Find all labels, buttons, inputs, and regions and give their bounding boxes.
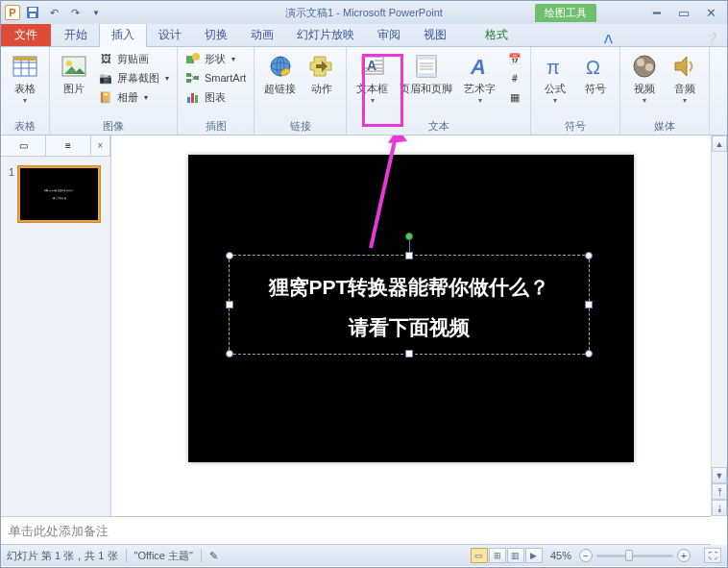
tab-animate[interactable]: 动画 <box>239 23 285 46</box>
svg-marker-48 <box>675 57 687 76</box>
view-reading-button[interactable]: ▥ <box>507 548 524 563</box>
hyperlink-button[interactable]: 超链接 <box>260 50 300 96</box>
shapes-icon <box>185 51 201 66</box>
zoom-slider-thumb[interactable] <box>625 550 633 561</box>
restore-button[interactable]: ▭ <box>673 4 694 21</box>
status-bar: 幻灯片 第 1 张，共 1 张 "Office 主题" ✎ ▭ ⊞ ▥ ▶ 45… <box>1 545 727 566</box>
tab-insert[interactable]: 插入 <box>99 22 147 47</box>
resize-handle-b[interactable] <box>405 350 413 358</box>
qat-undo-icon[interactable]: ↶ <box>45 4 62 21</box>
picture-button[interactable]: 图片 <box>56 50 92 96</box>
resize-handle-tl[interactable] <box>226 252 233 259</box>
notes-pane[interactable]: 单击此处添加备注 <box>1 516 711 545</box>
chart-icon <box>185 89 201 105</box>
equation-button[interactable]: π 公式▾ <box>537 50 573 107</box>
prev-slide-button[interactable]: ⭱ <box>712 483 727 500</box>
clipart-icon: 🖼 <box>98 51 113 66</box>
window-title: 演示文稿1 - Microsoft PowerPoint <box>285 6 443 20</box>
screenshot-button[interactable]: 📷屏幕截图▾ <box>96 69 171 86</box>
thumbnail-tab-slides[interactable]: ▭ <box>1 136 46 156</box>
object-button[interactable]: ▦ <box>505 88 524 106</box>
audio-button[interactable]: 音频▾ <box>667 50 703 107</box>
equation-icon: π <box>541 52 570 81</box>
help-icon[interactable]: ❔ <box>696 32 727 46</box>
thumbnail-item[interactable]: 1 狸窝PPT转换器能帮你做什么？ 请看下面视频 <box>9 166 103 222</box>
tab-format[interactable]: 格式 <box>473 23 520 46</box>
shapes-button[interactable]: 形状▾ <box>183 50 248 67</box>
scroll-down-button[interactable]: ▼ <box>712 467 727 483</box>
wordart-button[interactable]: A 艺术字▾ <box>460 50 499 107</box>
zoom-in-button[interactable]: + <box>677 549 691 562</box>
view-sorter-button[interactable]: ⊞ <box>489 548 506 563</box>
status-lang-icon[interactable]: ✎ <box>209 550 218 562</box>
action-icon <box>307 52 336 81</box>
wordart-icon: A <box>466 52 495 81</box>
minimize-button[interactable]: ━ <box>646 4 667 21</box>
textbox-content[interactable]: 狸窝PPT转换器能帮你做什么？ 请看下面视频 <box>230 256 589 348</box>
resize-handle-l[interactable] <box>226 301 233 309</box>
close-button[interactable]: ✕ <box>700 4 721 21</box>
tab-design[interactable]: 设计 <box>147 23 193 46</box>
tab-home[interactable]: 开始 <box>53 23 99 46</box>
slide-thumbnail[interactable]: 狸窝PPT转换器能帮你做什么？ 请看下面视频 <box>18 166 100 222</box>
notes-placeholder[interactable]: 单击此处添加备注 <box>1 517 711 546</box>
slidenumber-button[interactable]: #️ <box>505 69 524 86</box>
tab-transition[interactable]: 切换 <box>193 23 239 46</box>
group-image: 图片 🖼剪贴画 📷屏幕截图▾ 📔相册▾ 图像 <box>50 47 178 135</box>
resize-handle-bl[interactable] <box>226 350 233 358</box>
headerfooter-button[interactable]: 页眉和页脚 <box>396 50 456 96</box>
clipart-button[interactable]: 🖼剪贴画 <box>96 50 171 67</box>
group-link: 超链接 动作 链接 <box>255 47 347 135</box>
table-button[interactable]: 表格▾ <box>7 50 43 107</box>
next-slide-button[interactable]: ⭳ <box>712 500 727 516</box>
headerfooter-icon <box>412 52 441 81</box>
group-symbol: π 公式▾ Ω 符号 符号 <box>531 47 620 135</box>
view-normal-button[interactable]: ▭ <box>471 548 488 563</box>
view-buttons: ▭ ⊞ ▥ ▶ <box>471 548 543 563</box>
zoom-label[interactable]: 45% <box>550 550 571 561</box>
smartart-button[interactable]: SmartArt <box>183 69 248 86</box>
group-illustration: 形状▾ SmartArt 图表 插图 <box>178 47 255 135</box>
svg-point-46 <box>637 59 644 66</box>
zoom-out-button[interactable]: − <box>579 549 593 562</box>
ribbon-minimize-icon[interactable]: ᐱ <box>596 32 620 46</box>
qat-redo-icon[interactable]: ↷ <box>66 4 84 21</box>
thumbnail-tab-close[interactable]: × <box>91 136 110 156</box>
svg-rect-38 <box>417 73 436 77</box>
svg-rect-37 <box>417 56 436 60</box>
tab-slideshow[interactable]: 幻灯片放映 <box>285 23 366 46</box>
svg-text:Ω: Ω <box>586 57 600 78</box>
action-button[interactable]: 动作 <box>303 50 340 96</box>
svg-point-14 <box>192 53 200 61</box>
textbox-selection[interactable]: 狸窝PPT转换器能帮你做什么？ 请看下面视频 <box>229 255 590 355</box>
resize-handle-br[interactable] <box>585 350 593 358</box>
tab-view[interactable]: 视图 <box>412 23 458 46</box>
tab-review[interactable]: 审阅 <box>366 23 412 46</box>
resize-handle-r[interactable] <box>585 301 593 309</box>
work-area: ▭ ≡ × 1 狸窝PPT转换器能帮你做什么？ 请看下面视频 <box>1 136 727 516</box>
view-slideshow-button[interactable]: ▶ <box>525 548 543 563</box>
scroll-up-button[interactable]: ▲ <box>712 136 727 152</box>
thumbnail-tab-outline[interactable]: ≡ <box>46 136 91 156</box>
qat-dropdown-icon[interactable]: ▼ <box>87 4 105 21</box>
svg-point-10 <box>66 61 72 66</box>
textbox-button[interactable]: A 文本框▾ <box>352 50 392 107</box>
screenshot-icon: 📷 <box>98 70 113 86</box>
qat-save-icon[interactable] <box>24 4 41 21</box>
chart-button[interactable]: 图表 <box>183 88 248 106</box>
slide-editor[interactable]: 狸窝PPT转换器能帮你做什么？ 请看下面视频 ▲ ▼ ⭱ ⭳ <box>111 136 727 516</box>
tab-file[interactable]: 文件 <box>1 23 51 46</box>
album-button[interactable]: 📔相册▾ <box>96 88 171 106</box>
svg-rect-17 <box>194 76 199 80</box>
audio-icon <box>670 52 699 81</box>
resize-handle-tr[interactable] <box>585 252 593 259</box>
status-slide-info: 幻灯片 第 1 张，共 1 张 <box>7 549 118 563</box>
vertical-scrollbar[interactable]: ▲ ▼ ⭱ ⭳ <box>711 136 727 516</box>
video-button[interactable]: 视频▾ <box>626 50 663 107</box>
datetime-button[interactable]: 📅 <box>505 50 524 67</box>
symbol-button[interactable]: Ω 符号 <box>577 50 614 96</box>
svg-rect-15 <box>186 73 191 77</box>
zoom-slider[interactable] <box>596 555 673 557</box>
fit-button[interactable]: ⛶ <box>704 548 721 563</box>
group-text: A 文本框▾ 页眉和页脚 A 艺术字▾ 📅 #️ ▦ 文本 <box>347 47 531 135</box>
